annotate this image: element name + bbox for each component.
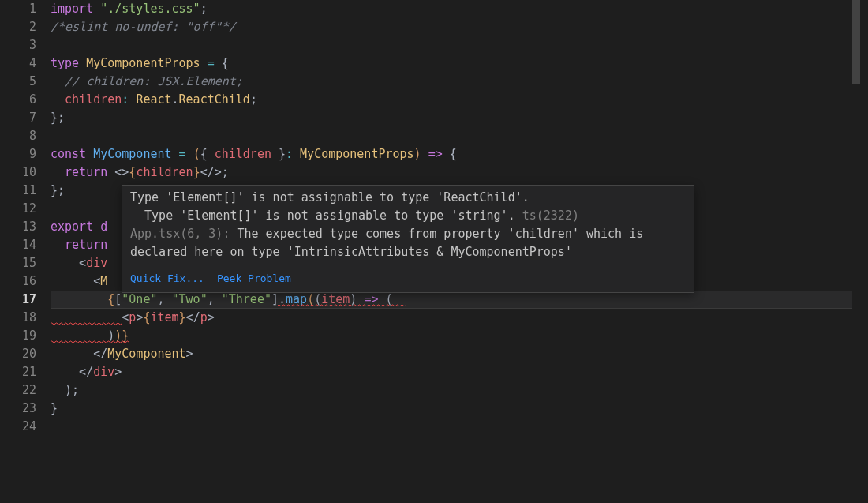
line-number: 24: [0, 418, 36, 436]
line-number: 23: [0, 400, 36, 418]
code-line[interactable]: );: [51, 381, 860, 400]
scrollbar-thumb[interactable]: [852, 0, 860, 84]
code-line[interactable]: <p>{item}</p>: [51, 309, 860, 327]
line-number: 8: [0, 127, 36, 145]
quick-fix-link[interactable]: Quick Fix...: [130, 272, 204, 284]
line-number: 19: [0, 327, 36, 345]
code-line[interactable]: /*eslint no-undef: "off"*/: [51, 18, 860, 36]
code-line[interactable]: </MyComponent>: [51, 345, 860, 363]
line-number: 17: [0, 291, 36, 309]
line-number: 4: [0, 54, 36, 73]
code-line[interactable]: type MyComponentProps = {: [51, 54, 860, 73]
code-line[interactable]: ))}: [51, 327, 860, 345]
code-line[interactable]: };: [51, 109, 860, 127]
line-number: 18: [0, 309, 36, 327]
line-number: 2: [0, 18, 36, 36]
line-number: 21: [0, 363, 36, 381]
error-squiggle: [278, 304, 406, 309]
hover-message: Type 'Element[]' is not assignable to ty…: [122, 189, 694, 266]
line-number: 14: [0, 236, 36, 254]
code-line[interactable]: {["One", "Two", "Three"].map((item) => (: [51, 291, 860, 309]
code-line[interactable]: </div>: [51, 363, 860, 381]
code-line[interactable]: [51, 127, 860, 145]
code-line[interactable]: import "./styles.css";: [51, 0, 860, 18]
code-line[interactable]: }: [51, 400, 860, 418]
line-number: 1: [0, 0, 36, 18]
code-editor[interactable]: 123456789101112131415161718192021222324 …: [0, 0, 860, 503]
line-number: 11: [0, 182, 36, 200]
line-number: 12: [0, 200, 36, 218]
error-squiggle: [51, 322, 122, 327]
error-squiggle: [51, 340, 129, 345]
code-area[interactable]: import "./styles.css";/*eslint no-undef:…: [51, 0, 860, 503]
line-number: 22: [0, 381, 36, 400]
line-number: 5: [0, 73, 36, 91]
peek-problem-link[interactable]: Peek Problem: [217, 272, 291, 284]
code-line[interactable]: [51, 36, 860, 54]
code-line[interactable]: children: React.ReactChild;: [51, 91, 860, 109]
code-line[interactable]: const MyComponent = ({ children }: MyCom…: [51, 145, 860, 163]
line-number: 15: [0, 254, 36, 272]
line-number: 7: [0, 109, 36, 127]
line-number-gutter: 123456789101112131415161718192021222324: [0, 0, 51, 503]
code-line[interactable]: return <>{children}</>;: [51, 163, 860, 182]
code-line[interactable]: [51, 418, 860, 436]
type-error-hover: Type 'Element[]' is not assignable to ty…: [122, 185, 694, 293]
line-number: 3: [0, 36, 36, 54]
line-number: 20: [0, 345, 36, 363]
code-line[interactable]: // children: JSX.Element;: [51, 73, 860, 91]
scrollbar-track[interactable]: [852, 0, 860, 503]
line-number: 6: [0, 91, 36, 109]
line-number: 9: [0, 145, 36, 163]
line-number: 10: [0, 163, 36, 182]
line-number: 13: [0, 218, 36, 236]
line-number: 16: [0, 272, 36, 291]
